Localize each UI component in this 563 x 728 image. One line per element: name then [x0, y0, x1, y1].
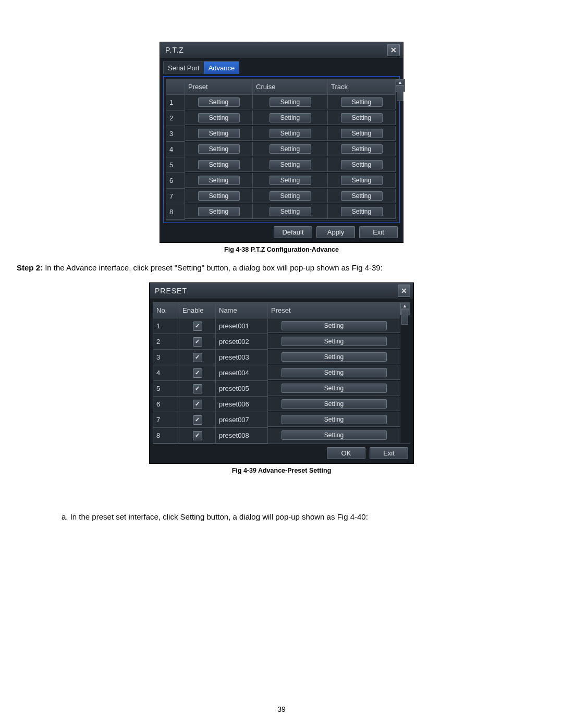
preset-name: preset002: [216, 334, 268, 350]
ptz-tabs: Serial Port Advance: [163, 61, 400, 74]
row-number: 7: [166, 189, 185, 204]
exit-button[interactable]: Exit: [359, 226, 398, 238]
row-number: 6: [153, 397, 179, 412]
preset-name: preset004: [216, 365, 268, 381]
preset-setting-button[interactable]: Setting: [282, 352, 387, 362]
cell-cruise: Setting: [253, 157, 328, 172]
tab-advance[interactable]: Advance: [204, 61, 240, 74]
step2-paragraph: Step 2: In the Advance interface, click …: [17, 263, 546, 273]
preset-setting-button[interactable]: Setting: [198, 207, 240, 216]
preset-setting-button[interactable]: Setting: [282, 399, 387, 409]
row-number: 1: [153, 318, 179, 334]
cell-preset: Setting: [185, 173, 253, 188]
item-a: a. In the preset set interface, click Se…: [62, 512, 546, 522]
enable-checkbox[interactable]: ✓: [193, 337, 202, 347]
preset-titlebar: PRESET ✕: [150, 283, 413, 299]
cruise-setting-button[interactable]: Setting: [270, 207, 311, 216]
cruise-setting-button[interactable]: Setting: [270, 97, 311, 107]
preset-name: preset001: [216, 318, 268, 334]
scroll-thumb[interactable]: [401, 309, 408, 325]
cell-cruise: Setting: [253, 189, 328, 203]
preset-button-cell: Setting: [268, 381, 400, 396]
row-number: 5: [153, 381, 179, 397]
fig1-caption: Fig 4-38 P.T.Z Configuration-Advance: [224, 246, 339, 253]
enable-checkbox[interactable]: ✓: [193, 400, 202, 409]
scroll-thumb[interactable]: [397, 85, 403, 101]
row-number: 5: [166, 157, 185, 173]
enable-checkbox[interactable]: ✓: [193, 368, 202, 378]
col-enable: Enable: [179, 303, 216, 318]
cell-track: Setting: [328, 95, 396, 109]
enable-cell: ✓: [179, 318, 216, 334]
preset-name: preset008: [216, 428, 268, 443]
preset-setting-button[interactable]: Setting: [198, 191, 240, 201]
cell-cruise: Setting: [253, 142, 328, 156]
track-setting-button[interactable]: Setting: [341, 191, 383, 201]
cruise-setting-button[interactable]: Setting: [270, 176, 311, 185]
preset-dialog: PRESET ✕ No. Enable Name Preset ▲ ▼ 1✓pr…: [149, 282, 414, 464]
ok-button[interactable]: OK: [327, 447, 365, 459]
row-number: 2: [166, 110, 185, 126]
cruise-setting-button[interactable]: Setting: [270, 129, 311, 138]
cell-track: Setting: [328, 173, 396, 188]
preset-setting-button[interactable]: Setting: [282, 430, 387, 440]
col-no: No.: [153, 303, 179, 318]
ptz-title: P.T.Z: [165, 46, 184, 54]
track-setting-button[interactable]: Setting: [341, 176, 383, 185]
enable-checkbox[interactable]: ✓: [193, 353, 202, 362]
preset-name: preset006: [216, 397, 268, 412]
scroll-up-icon[interactable]: ▲: [400, 303, 409, 309]
preset-scrollbar[interactable]: ▲ ▼: [400, 303, 410, 315]
preset-setting-button[interactable]: Setting: [282, 321, 387, 330]
preset-setting-button[interactable]: Setting: [198, 113, 240, 122]
cell-preset: Setting: [185, 126, 253, 141]
cruise-setting-button[interactable]: Setting: [270, 160, 311, 169]
preset-setting-button[interactable]: Setting: [282, 368, 387, 377]
preset-setting-button[interactable]: Setting: [198, 129, 240, 138]
preset-button-cell: Setting: [268, 318, 400, 333]
close-icon[interactable]: ✕: [387, 44, 400, 56]
enable-checkbox[interactable]: ✓: [193, 322, 202, 331]
ptz-scrollbar[interactable]: ▲ ▼: [396, 79, 405, 92]
close-icon[interactable]: ✕: [398, 285, 410, 297]
enable-checkbox[interactable]: ✓: [193, 431, 202, 440]
preset-setting-button[interactable]: Setting: [198, 144, 240, 154]
row-number: 8: [153, 428, 179, 443]
ptz-titlebar: P.T.Z ✕: [160, 42, 403, 58]
cruise-setting-button[interactable]: Setting: [270, 113, 311, 122]
cell-preset: Setting: [185, 95, 253, 109]
preset-setting-button[interactable]: Setting: [282, 384, 387, 393]
preset-setting-button[interactable]: Setting: [198, 97, 240, 107]
track-setting-button[interactable]: Setting: [341, 207, 383, 216]
preset-setting-button[interactable]: Setting: [198, 176, 240, 185]
track-setting-button[interactable]: Setting: [341, 97, 383, 107]
enable-cell: ✓: [179, 412, 216, 428]
ptz-advance-panel: Preset Cruise Track ▲ ▼ 1SettingSettingS…: [163, 76, 400, 223]
preset-setting-button[interactable]: Setting: [282, 337, 387, 346]
col-blank: [166, 79, 185, 95]
enable-checkbox[interactable]: ✓: [193, 384, 202, 393]
enable-checkbox[interactable]: ✓: [193, 415, 202, 425]
enable-cell: ✓: [179, 365, 216, 381]
scroll-up-icon[interactable]: ▲: [396, 79, 405, 85]
track-setting-button[interactable]: Setting: [341, 144, 383, 154]
enable-cell: ✓: [179, 350, 216, 365]
preset-button-cell: Setting: [268, 365, 400, 380]
preset-button-cell: Setting: [268, 350, 400, 364]
default-button[interactable]: Default: [274, 226, 312, 238]
preset-setting-button[interactable]: Setting: [198, 160, 240, 169]
track-setting-button[interactable]: Setting: [341, 113, 383, 122]
ptz-footer: Default Apply Exit: [163, 223, 400, 239]
ptz-table: Preset Cruise Track ▲ ▼ 1SettingSettingS…: [166, 79, 397, 220]
step2-label: Step 2:: [17, 263, 43, 272]
apply-button[interactable]: Apply: [316, 226, 355, 238]
preset-setting-button[interactable]: Setting: [282, 415, 387, 424]
track-setting-button[interactable]: Setting: [341, 129, 383, 138]
page-number: 39: [0, 705, 563, 713]
cruise-setting-button[interactable]: Setting: [270, 144, 311, 154]
cruise-setting-button[interactable]: Setting: [270, 191, 311, 201]
exit-button[interactable]: Exit: [370, 447, 408, 459]
track-setting-button[interactable]: Setting: [341, 160, 383, 169]
tab-serial-port[interactable]: Serial Port: [163, 61, 204, 74]
row-number: 4: [153, 365, 179, 381]
